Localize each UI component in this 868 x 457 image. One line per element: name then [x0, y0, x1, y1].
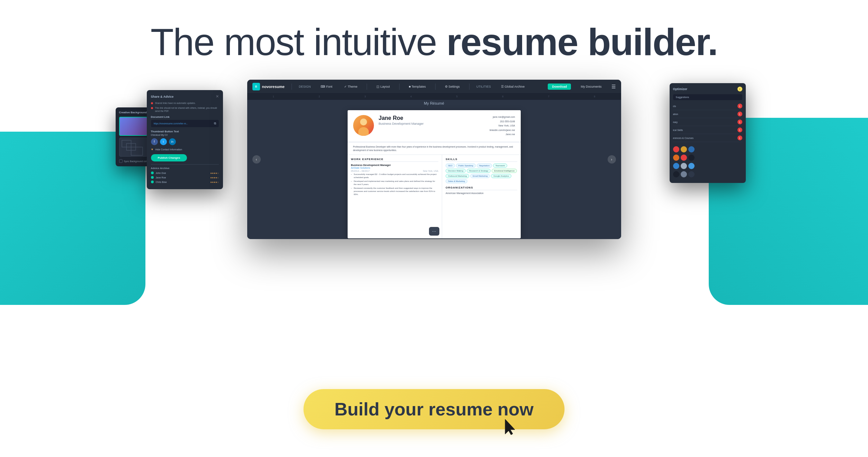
hide-contact-row: ▼ Hide Contact Information	[151, 148, 219, 151]
triangle-icon: ▼	[151, 148, 154, 151]
optimizer-title: Optimizer	[673, 87, 688, 91]
advisor-rating-1: ★★★★☆	[210, 172, 219, 174]
skill-email-marketing: Email Marketing	[470, 174, 490, 178]
facebook-btn[interactable]: f	[151, 138, 158, 145]
bullet-2: Developed and implemented new marketing …	[351, 180, 438, 186]
toolbar-menu-btn[interactable]: ☰	[611, 84, 616, 89]
swatch-gray-2[interactable]	[681, 171, 687, 177]
logo-text: novoresume	[262, 85, 285, 89]
doc-link-label: Document Link	[151, 115, 219, 118]
advisor-chris-bow: Chris Bow ★★★★☆	[151, 181, 219, 183]
logo-icon: n	[252, 83, 260, 90]
skill-negotiation: Negotiation	[477, 164, 492, 168]
color-row-3	[673, 163, 742, 169]
optimizer-badge-3: 1	[737, 120, 742, 124]
optimizer-item-3: nary 1	[673, 118, 742, 126]
resume-left-col: WORK EXPERIENCE Business Development Man…	[348, 155, 442, 238]
share-panel-close-btn[interactable]: ✕	[216, 94, 219, 99]
window-title: My Résumé	[247, 100, 621, 107]
optimizer-item-5: erences & Courses 1	[673, 134, 742, 142]
swatch-blue-1[interactable]	[688, 146, 695, 152]
toolbar-my-docs-btn[interactable]: My Documents	[578, 84, 604, 89]
share-bullet-1: Shared links have no automatic updates.	[151, 102, 219, 105]
swatch-gray-1[interactable]	[681, 163, 687, 169]
swatch-red-1[interactable]	[673, 146, 679, 152]
skill-research-strategy: Research & Strategy	[467, 169, 491, 173]
toolbar-sep-2	[367, 84, 367, 90]
optimizer-badge-4: 1	[737, 128, 742, 132]
swatch-dark-1[interactable]	[688, 155, 695, 161]
share-text-2: This link should not be shared with othe…	[155, 106, 219, 113]
thumbnail-label: Thumbnail Button Text	[151, 130, 219, 133]
nav-next-btn[interactable]: ›	[608, 155, 616, 164]
optimizer-label-4: ical Skills	[673, 129, 683, 131]
toolbar-font-btn[interactable]: ⌨ Font	[318, 84, 335, 89]
color-row-4	[673, 171, 742, 177]
bg-item-1[interactable]	[119, 117, 148, 136]
optimizer-label-2: ation	[673, 113, 678, 115]
skill-teamwork: Teamwork	[493, 164, 507, 168]
optimizer-label-3: nary	[673, 121, 678, 123]
toolbar-design-label: Design	[299, 85, 311, 88]
share-dot-2	[151, 107, 153, 109]
main-toolbar: n novoresume Design ⌨ Font ✓ Theme ◫ Lay…	[247, 80, 621, 94]
optimizer-label-1: cts	[673, 105, 676, 107]
share-link-copy-btn[interactable]: ⧉	[214, 122, 216, 125]
bg-sync-checkbox[interactable]	[119, 159, 123, 163]
twitter-btn[interactable]: t	[160, 138, 167, 145]
optimizer-badge-1: 1	[737, 104, 742, 108]
toolbar-sep-3	[399, 84, 400, 90]
resume-header: Jane Roe Business Development Manager ja…	[348, 110, 521, 142]
toolbar-sep-5	[469, 84, 469, 90]
optimizer-item-4: ical Skills 1	[673, 126, 742, 134]
headline-regular: The most intuitive	[151, 20, 447, 63]
swatch-charcoal-1[interactable]	[688, 171, 695, 177]
toolbar-templates-btn[interactable]: ■ Templates	[406, 84, 428, 89]
resume-job-title: Business Development Manager	[379, 122, 485, 125]
skill-decision-making: Decision Making	[446, 169, 466, 173]
optimizer-suggestions[interactable]: Suggestions	[673, 94, 742, 100]
nav-prev-btn[interactable]: ‹	[252, 155, 261, 164]
optimizer-badge-2: 1	[737, 112, 742, 116]
email: jane.roe@gmail.com	[490, 115, 515, 120]
skill-public-speaking: Public Speaking	[456, 164, 476, 168]
phone: 202-555-0166	[490, 120, 515, 124]
svg-marker-7	[505, 419, 515, 435]
share-panel-title: Share & Advice	[151, 95, 174, 98]
optimizer-panel: Optimizer ! Suggestions cts 1 ation 1 na…	[670, 83, 746, 183]
share-panel: Share & Advice ✕ Shared links have no au…	[147, 90, 223, 189]
orgs-heading: ORGANIZATIONS	[446, 186, 517, 190]
swatch-dark-2[interactable]	[673, 171, 679, 177]
share-text-1: Shared links have no automatic updates.	[155, 102, 196, 105]
share-dot-1	[151, 102, 153, 104]
website: Jane.roe	[490, 132, 515, 137]
swatch-orange-1[interactable]	[673, 155, 679, 161]
skill-emotional-intelligence: Emotional Intelligence	[492, 169, 517, 173]
cursor-icon	[503, 418, 517, 437]
toolbar-layout-btn[interactable]: ◫ Layout	[374, 84, 392, 89]
main-resume-window: n novoresume Design ⌨ Font ✓ Theme ◫ Lay…	[247, 80, 621, 239]
optimizer-item-1: cts 1	[673, 102, 742, 110]
advisor-name-3: Chris Bow	[156, 181, 208, 183]
bg-item-3[interactable]	[119, 138, 148, 157]
swatch-blue-3[interactable]	[688, 163, 695, 169]
color-row-1	[673, 146, 742, 152]
toolbar-archive-btn[interactable]: ☰ Global Archive	[499, 84, 527, 89]
thumbnail-text: Checkout My CV	[151, 134, 219, 136]
skills-heading: SKILLS	[446, 158, 517, 162]
skill-seo: SEO	[446, 164, 455, 168]
swatch-gold-1[interactable]	[681, 146, 687, 152]
chat-bubble-btn[interactable]: ⋯	[429, 227, 439, 236]
publish-changes-btn[interactable]: Publish Changes	[151, 154, 187, 161]
logo[interactable]: n novoresume	[252, 83, 285, 90]
contact-info: jane.roe@gmail.com 202-555-0166 New York…	[490, 115, 515, 137]
linkedin-btn[interactable]: in	[169, 138, 176, 145]
optimizer-badge: !	[737, 87, 742, 91]
swatch-red-2[interactable]	[681, 155, 687, 161]
toolbar-download-btn[interactable]: Download	[548, 84, 571, 90]
linkedin: linkedin.com/in/jane.roe	[490, 128, 515, 133]
swatch-blue-2[interactable]	[673, 163, 679, 169]
toolbar-theme-btn[interactable]: ✓ Theme	[342, 84, 360, 89]
bullet-1: Successfully managed $2 - 3 million budg…	[351, 173, 438, 179]
toolbar-settings-btn[interactable]: ⚙ Settings	[442, 84, 462, 89]
